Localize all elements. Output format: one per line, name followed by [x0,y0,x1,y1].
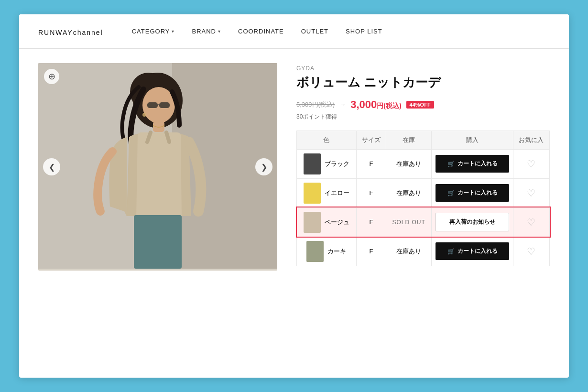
cart-icon: 🛒 [447,248,455,255]
color-thumbnail [306,241,324,262]
color-name: ブラック [325,160,349,168]
color-thumbnail [304,153,321,174]
original-price: 5,389円(税込) [296,100,335,109]
wishlist-button[interactable]: ♡ [527,217,535,228]
price-arrow: → [339,101,346,108]
svg-point-10 [142,113,146,117]
color-name: ベージュ [325,218,349,227]
main-content: ⊕ [19,49,569,285]
wishlist-cell[interactable]: ♡ [513,207,549,237]
wishlist-cell[interactable]: ♡ [513,149,549,178]
size-cell: F [356,207,386,237]
brand-name: GYDA [296,65,550,72]
wishlist-cell[interactable]: ♡ [513,178,549,207]
nav-item-category[interactable]: CATEGORY ▾ [132,28,175,35]
table-row: ブラックF在庫あり🛒カートに入れる♡ [297,149,550,178]
sale-price: 3,000円(税込) [350,98,401,111]
off-badge: 44%OFF [406,101,434,109]
color-cell: カーキ [297,237,357,266]
wishlist-button[interactable]: ♡ [527,246,535,257]
col-header-wishlist: お気に入 [513,131,549,149]
nav-item-brand[interactable]: BRAND ▾ [192,28,221,35]
table-row: ベージュFSOLD OUT再入荷のお知らせ♡ [297,207,550,237]
stock-cell: 在庫あり [386,178,431,207]
logo-text: RUNWAY [38,29,73,36]
price-row: 5,389円(税込) → 3,000円(税込) 44%OFF [296,98,550,111]
product-name: ボリューム ニットカーデ [296,75,550,91]
main-nav: CATEGORY ▾ BRAND ▾ COORDINATE OUTLET SHO… [132,28,382,35]
action-cell[interactable]: 🛒カートに入れる [432,237,513,266]
stock-cell: 在庫あり [386,149,431,178]
color-cell: ブラック [297,149,357,178]
svg-rect-11 [134,215,182,269]
stock-cell: 在庫あり [386,237,431,266]
cart-icon: 🛒 [447,190,455,196]
chevron-down-icon: ▾ [172,29,174,34]
product-info: GYDA ボリューム ニットカーデ 5,389円(税込) → 3,000円(税込… [296,63,550,271]
svg-rect-9 [153,121,164,132]
wishlist-cell[interactable]: ♡ [513,237,549,266]
product-image-container: ⊕ [38,63,277,271]
col-header-size: サイズ [356,131,386,149]
svg-rect-6 [147,102,158,108]
cart-icon: 🛒 [447,161,455,167]
col-header-stock: 在庫 [386,131,431,149]
color-thumbnail [304,183,321,204]
chevron-down-icon: ▾ [218,29,221,34]
prev-image-button[interactable]: ❮ [43,158,60,175]
next-image-button[interactable]: ❯ [255,158,272,175]
nav-item-shoplist[interactable]: SHOP LIST [346,28,382,35]
size-cell: F [356,178,386,207]
size-cell: F [356,149,386,178]
col-header-color: 色 [297,131,357,149]
color-name: イエロー [325,189,349,197]
add-to-cart-button[interactable]: 🛒カートに入れる [436,155,509,173]
app-window: RUNWAYchannel CATEGORY ▾ BRAND ▾ COORDIN… [19,14,569,378]
zoom-icon[interactable]: ⊕ [44,69,59,84]
header: RUNWAYchannel CATEGORY ▾ BRAND ▾ COORDIN… [19,14,569,49]
nav-item-coordinate[interactable]: COORDINATE [238,28,284,35]
restock-notify-button[interactable]: 再入荷のお知らせ [436,213,509,231]
table-row: カーキF在庫あり🛒カートに入れる♡ [297,237,550,266]
color-cell: ベージュ [297,207,357,237]
color-thumbnail [304,212,321,233]
logo[interactable]: RUNWAYchannel [38,25,103,38]
action-cell[interactable]: 再入荷のお知らせ [432,207,513,237]
stock-cell: SOLD OUT [386,207,431,237]
col-header-purchase: 購入 [432,131,513,149]
color-cell: イエロー [297,178,357,207]
nav-item-outlet[interactable]: OUTLET [301,28,328,35]
svg-rect-7 [159,102,170,108]
logo-sub: channel [73,29,103,36]
action-cell[interactable]: 🛒カートに入れる [432,178,513,207]
wishlist-button[interactable]: ♡ [527,158,535,170]
action-cell[interactable]: 🛒カートに入れる [432,149,513,178]
add-to-cart-button[interactable]: 🛒カートに入れる [436,184,509,202]
wishlist-button[interactable]: ♡ [527,187,535,199]
points-text: 30ポイント獲得 [296,113,550,121]
size-cell: F [356,237,386,266]
product-variants-table: 色 サイズ 在庫 購入 お気に入 ブラックF在庫あり🛒カートに入れる♡イエローF… [296,131,550,266]
table-row: イエローF在庫あり🛒カートに入れる♡ [297,178,550,207]
product-image [38,63,277,269]
add-to-cart-button[interactable]: 🛒カートに入れる [436,242,509,260]
color-name: カーキ [327,247,346,256]
